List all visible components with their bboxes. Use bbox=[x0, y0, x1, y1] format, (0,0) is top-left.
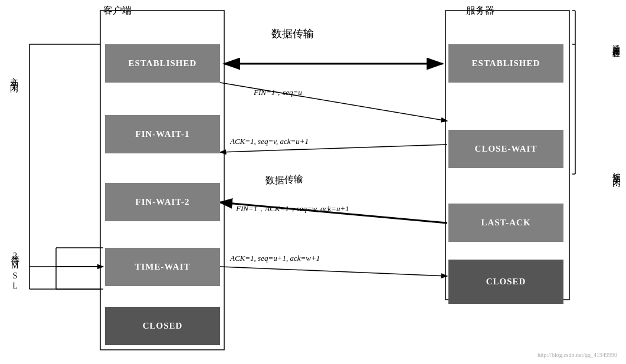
label-wait-2msl: 等待2MSL bbox=[8, 249, 20, 291]
msg-ack1: ACK=1, seq=v, ack=u+1 bbox=[230, 137, 309, 146]
label-data-transfer-mid: 数据传输 bbox=[266, 173, 304, 187]
header-server: 服务器 bbox=[466, 5, 494, 17]
label-active-close: 主动关闭 bbox=[7, 71, 19, 80]
state-fin-wait-2: FIN-WAIT-2 bbox=[105, 183, 220, 221]
label-notify-app: 通知应用进程 bbox=[611, 38, 621, 45]
header-data-transfer: 数据传输 bbox=[271, 27, 314, 41]
header-client: 客户端 bbox=[103, 5, 132, 17]
state-time-wait: TIME-WAIT bbox=[105, 248, 220, 286]
state-established-server: ESTABLISHED bbox=[448, 44, 563, 83]
msg-fin1: FIN=1，seq=u bbox=[254, 87, 302, 98]
watermark: http://blog.csdn.net/qq_41949990 bbox=[537, 352, 617, 358]
state-fin-wait-1: FIN-WAIT-1 bbox=[105, 115, 220, 153]
label-passive-close: 被动关闭 bbox=[611, 165, 621, 175]
state-close-wait: CLOSE-WAIT bbox=[448, 130, 563, 168]
state-closed-client: CLOSED bbox=[105, 307, 220, 345]
msg-fin-ack: FIN=1，ACK=1，seq=w, ack=u+1 bbox=[236, 204, 349, 214]
state-closed-server: CLOSED bbox=[448, 260, 563, 304]
tcp-diagram: 客户端 服务器 数据传输 主动关闭 等待2MSL 通知应用进程 被动关闭 EST… bbox=[0, 0, 626, 364]
state-established-client: ESTABLISHED bbox=[105, 44, 220, 83]
msg-ack2: ACK=1, seq=u+1, ack=w+1 bbox=[230, 254, 320, 263]
state-last-ack: LAST-ACK bbox=[448, 204, 563, 242]
svg-line-21 bbox=[220, 267, 447, 276]
